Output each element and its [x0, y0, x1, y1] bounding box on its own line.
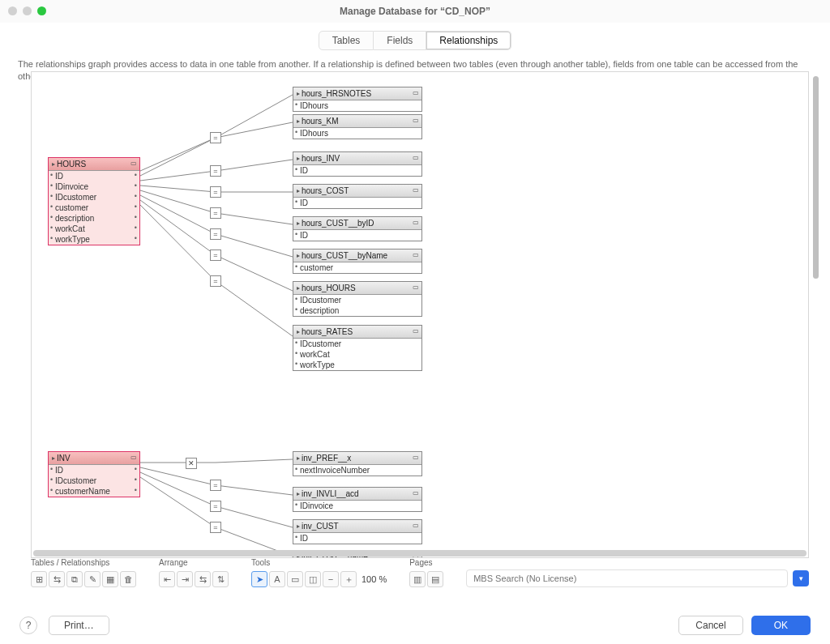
add-table-button[interactable]: ⊞	[31, 571, 47, 587]
relation-operator[interactable]: =	[210, 480, 221, 491]
page-breaks-button[interactable]: ▥	[409, 571, 426, 587]
relationship-canvas[interactable]: ▸HOURS▭ ID IDinvoice IDcustomer customer…	[31, 71, 809, 558]
search-dropdown-button[interactable]: ▾	[793, 570, 809, 586]
field[interactable]: customer	[293, 262, 421, 273]
select-tool-button[interactable]: ◫	[305, 571, 321, 587]
table-title: hours_HRSNOTES	[302, 89, 371, 98]
cancel-button[interactable]: Cancel	[678, 616, 742, 635]
field[interactable]: IDcustomer	[293, 295, 421, 305]
collapse-icon[interactable]: ▭	[130, 160, 137, 167]
field[interactable]: ID	[49, 171, 139, 181]
table-hours-hrsnotes[interactable]: ▸hours_HRSNOTES▭ IDhours	[293, 87, 422, 112]
table-hours-hours[interactable]: ▸hours_HOURS▭ IDcustomer description	[293, 281, 422, 317]
table-inv-pref-x[interactable]: ▸inv_PREF__x▭ nextInvoiceNumber	[293, 451, 422, 476]
relation-operator-x[interactable]: ✕	[186, 458, 197, 469]
field[interactable]: IDcustomer	[49, 476, 139, 486]
zoom-in-button[interactable]: ＋	[340, 571, 357, 587]
tab-relationships[interactable]: Relationships	[426, 31, 511, 50]
collapse-icon[interactable]: ▭	[413, 251, 419, 258]
relation-operator[interactable]: =	[210, 275, 221, 287]
distribute-h-button[interactable]: ⇆	[195, 571, 211, 587]
field[interactable]: workType	[49, 234, 139, 245]
table-hours-cost[interactable]: ▸hours_COST▭ ID	[293, 184, 422, 209]
field[interactable]: ID	[293, 198, 421, 208]
delete-button[interactable]: 🗑	[120, 571, 136, 587]
search-input[interactable]	[466, 569, 788, 587]
pointer-tool-button[interactable]: ➤	[251, 571, 267, 587]
collapse-icon[interactable]: ▭	[413, 219, 419, 226]
text-tool-button[interactable]: A	[269, 571, 285, 587]
table-hours-title: HOURS	[57, 160, 86, 168]
group-pages: Pages ▥ ▤	[409, 558, 443, 587]
field[interactable]: IDhours	[293, 128, 421, 139]
page-setup-button[interactable]: ▤	[427, 571, 443, 587]
table-hours[interactable]: ▸HOURS▭ ID IDinvoice IDcustomer customer…	[48, 157, 140, 245]
help-button[interactable]: ?	[19, 616, 37, 634]
zoom-window-icon[interactable]	[37, 6, 46, 15]
edit-button[interactable]: ✎	[84, 571, 101, 587]
horizontal-scrollbar[interactable]	[33, 550, 806, 557]
table-inv-invli-acd[interactable]: ▸inv_INVLI__acd▭ IDinvoice	[293, 487, 422, 512]
collapse-icon[interactable]: ▭	[413, 89, 419, 96]
table-title: hours_CUST__byName	[302, 251, 387, 260]
print-button[interactable]: Print…	[49, 616, 109, 635]
collapse-icon[interactable]: ▭	[413, 522, 419, 529]
minimize-window-icon[interactable]	[23, 6, 32, 15]
relation-operator[interactable]: =	[210, 132, 221, 143]
field[interactable]: IDinvoice	[49, 181, 139, 192]
field[interactable]: customerName	[49, 486, 139, 497]
field[interactable]: customer	[49, 203, 139, 213]
table-hours-inv[interactable]: ▸hours_INV▭ ID	[293, 151, 422, 177]
note-tool-button[interactable]: ▭	[287, 571, 303, 587]
field[interactable]: ID	[293, 533, 421, 544]
field[interactable]: ID	[293, 230, 421, 241]
collapse-icon[interactable]: ▭	[413, 327, 419, 335]
relation-operator[interactable]: =	[210, 165, 221, 177]
distribute-v-button[interactable]: ⇅	[212, 571, 229, 587]
collapse-icon[interactable]: ▭	[413, 454, 419, 461]
tab-tables[interactable]: Tables	[319, 31, 374, 50]
field[interactable]: IDinvoice	[293, 501, 421, 511]
field[interactable]: nextInvoiceNumber	[293, 465, 421, 476]
add-relationship-button[interactable]: ⇆	[49, 571, 65, 587]
field[interactable]: workCat	[49, 224, 139, 234]
field[interactable]: description	[49, 213, 139, 224]
relation-operator[interactable]: =	[210, 249, 221, 261]
table-hours-km[interactable]: ▸hours_KM▭ IDhours	[293, 114, 422, 139]
table-hours-cust-byid[interactable]: ▸hours_CUST__byID▭ ID	[293, 216, 422, 241]
field[interactable]: IDcustomer	[293, 339, 421, 349]
group-tools: Tools ➤ A ▭ ◫ − ＋ 100 %	[251, 558, 387, 587]
collapse-icon[interactable]: ▭	[413, 154, 419, 161]
field[interactable]: description	[293, 305, 421, 316]
table-inv[interactable]: ▸INV▭ ID IDcustomer customerName	[48, 451, 140, 497]
table-hours-rates[interactable]: ▸hours_RATES▭ IDcustomer workCat workTyp…	[293, 325, 422, 371]
field[interactable]: ID	[293, 165, 421, 176]
ok-button[interactable]: OK	[751, 616, 811, 635]
color-button[interactable]: ▦	[102, 571, 118, 587]
field[interactable]: IDcustomer	[49, 192, 139, 203]
relation-operator[interactable]: =	[210, 501, 221, 512]
collapse-icon[interactable]: ▭	[413, 284, 419, 291]
zoom-out-button[interactable]: −	[323, 571, 339, 587]
collapse-icon[interactable]: ▭	[413, 489, 419, 497]
group-label: Tools	[251, 558, 387, 567]
align-left-button[interactable]: ⇤	[159, 571, 175, 587]
close-window-icon[interactable]	[8, 6, 17, 15]
collapse-icon[interactable]: ▭	[413, 117, 419, 124]
collapse-icon[interactable]: ▭	[413, 186, 419, 194]
field[interactable]: workCat	[293, 349, 421, 360]
relation-operator[interactable]: =	[210, 186, 221, 198]
field[interactable]: workType	[293, 360, 421, 370]
table-hours-cust-byname[interactable]: ▸hours_CUST__byName▭ customer	[293, 249, 422, 274]
collapse-icon[interactable]: ▭	[130, 454, 137, 461]
table-inv-cust[interactable]: ▸inv_CUST▭ ID	[293, 519, 422, 544]
tab-fields[interactable]: Fields	[374, 31, 426, 50]
duplicate-button[interactable]: ⧉	[66, 571, 83, 587]
relation-operator[interactable]: =	[210, 522, 221, 533]
vertical-scrollbar[interactable]	[813, 76, 819, 279]
relation-operator[interactable]: =	[210, 207, 221, 219]
align-right-button[interactable]: ⇥	[177, 571, 193, 587]
field[interactable]: IDhours	[293, 100, 421, 111]
relation-operator[interactable]: =	[210, 228, 221, 240]
field[interactable]: ID	[49, 465, 139, 476]
